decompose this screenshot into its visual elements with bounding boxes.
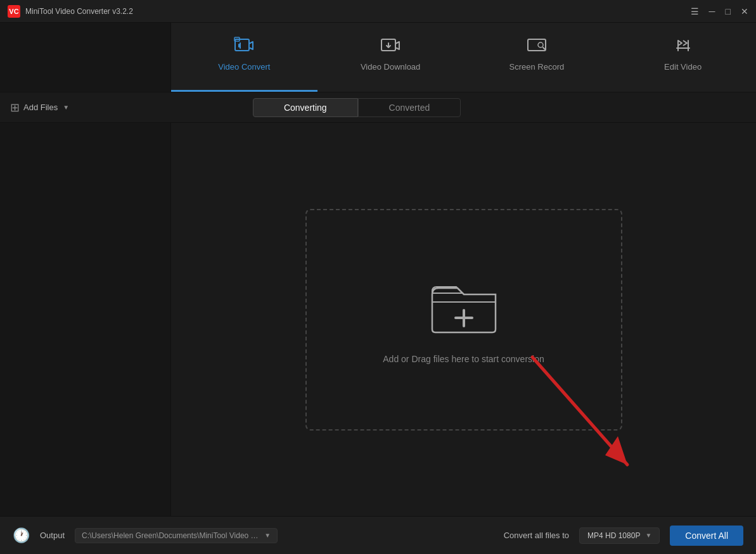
title-bar: VC MiniTool Video Converter v3.2.2 ☰ ─ □… — [0, 0, 756, 23]
svg-line-8 — [532, 357, 627, 465]
nav-bar: Video Convert Video Download — [0, 23, 756, 92]
tab-edit-video-label: Edit Video — [664, 62, 702, 72]
left-panel — [0, 123, 171, 516]
toolbar: ⊞ Add Files ▼ Converting Converted — [0, 92, 756, 123]
folder-icon — [426, 275, 502, 339]
title-bar-left: VC MiniTool Video Converter v3.2.2 — [8, 5, 133, 18]
output-path-text: C:\Users\Helen Green\Documents\MiniTool … — [82, 531, 260, 540]
edit-video-icon — [673, 37, 693, 57]
tab-screen-record-label: Screen Record — [509, 62, 565, 72]
tab-video-download[interactable]: Video Download — [317, 23, 464, 92]
bottom-bar: 🕐 Output C:\Users\Helen Green\Documents\… — [0, 516, 756, 554]
screen-record-icon — [527, 37, 547, 57]
nav-tabs: Video Convert Video Download — [171, 23, 756, 92]
minimize-button[interactable]: ─ — [709, 7, 715, 16]
tab-video-download-label: Video Download — [361, 62, 420, 72]
svg-marker-9 — [605, 436, 627, 465]
center-panel: Add or Drag files here to start conversi… — [171, 123, 756, 516]
add-files-icon: ⊞ — [10, 101, 20, 115]
maximize-button[interactable]: □ — [726, 7, 731, 16]
tab-video-convert-label: Video Convert — [218, 62, 270, 72]
nav-left-space — [0, 23, 171, 92]
svg-point-4 — [538, 42, 543, 47]
add-files-button[interactable]: ⊞ Add Files ▼ — [10, 101, 69, 115]
sub-tabs: Converting Converted — [253, 98, 461, 117]
output-label: Output — [40, 531, 65, 540]
tab-video-convert[interactable]: Video Convert — [171, 23, 317, 92]
close-button[interactable]: ✕ — [741, 7, 748, 16]
history-icon[interactable]: 🕐 — [13, 527, 30, 544]
app-title: MiniTool Video Converter v3.2.2 — [25, 7, 133, 16]
folder-icon-container — [426, 275, 502, 341]
output-path-dropdown-arrow: ▼ — [264, 532, 271, 539]
add-files-dropdown-arrow: ▼ — [63, 104, 69, 111]
format-label: MP4 HD 1080P — [587, 531, 640, 540]
drop-zone[interactable]: Add or Drag files here to start conversi… — [305, 209, 622, 431]
output-path-selector[interactable]: C:\Users\Helen Green\Documents\MiniTool … — [75, 528, 278, 543]
tab-screen-record[interactable]: Screen Record — [464, 23, 610, 92]
convert-all-files-label: Convert all files to — [504, 531, 569, 540]
tab-edit-video[interactable]: Edit Video — [610, 23, 756, 92]
red-arrow-icon — [520, 344, 659, 503]
sub-tab-converted[interactable]: Converted — [358, 98, 461, 117]
title-bar-controls: ☰ ─ □ ✕ — [691, 7, 748, 16]
drop-zone-text: Add or Drag files here to start conversi… — [383, 354, 544, 364]
main-content: Add or Drag files here to start conversi… — [0, 123, 756, 516]
format-selector[interactable]: MP4 HD 1080P ▼ — [579, 527, 660, 544]
video-convert-icon — [234, 37, 254, 57]
arrow-container — [520, 344, 659, 505]
convert-all-button[interactable]: Convert All — [670, 526, 743, 546]
sub-tab-converting[interactable]: Converting — [253, 98, 358, 117]
app-logo: VC — [8, 5, 20, 18]
add-files-label: Add Files — [23, 103, 58, 112]
video-download-icon — [380, 37, 400, 57]
format-dropdown-arrow: ▼ — [645, 532, 651, 539]
menu-icon[interactable]: ☰ — [691, 7, 699, 16]
